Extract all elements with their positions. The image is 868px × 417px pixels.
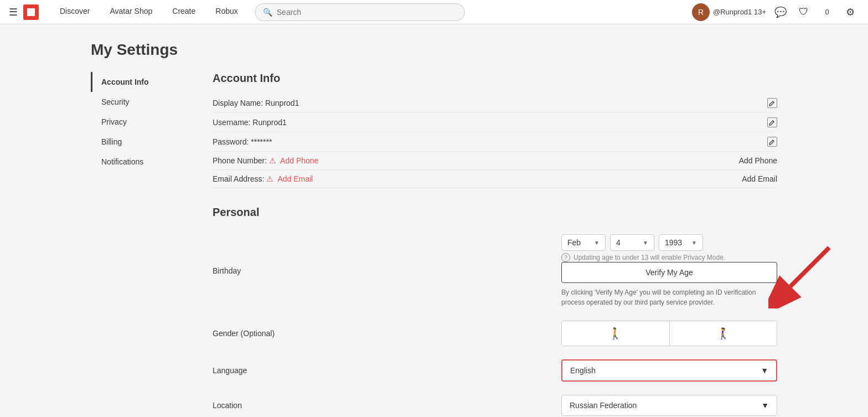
avatar-image: R xyxy=(692,3,710,21)
personal-title: Personal xyxy=(213,206,777,219)
red-arrow-indicator xyxy=(768,242,835,310)
add-email-link[interactable]: Add Email xyxy=(277,174,313,183)
language-dropdown[interactable]: English ▼ xyxy=(561,359,777,382)
nav-create[interactable]: Create xyxy=(162,0,205,24)
phone-warning-icon: ⚠ xyxy=(269,156,276,165)
add-phone-button[interactable]: Add Phone xyxy=(739,156,777,165)
phone-row: Phone Number: ⚠ Add Phone Add Phone xyxy=(213,152,777,170)
day-dropdown[interactable]: 4 xyxy=(616,238,639,247)
language-label: Language xyxy=(213,366,301,375)
location-caret: ▼ xyxy=(761,401,769,410)
female-icon: 🚶‍♀️ xyxy=(716,327,730,340)
nav-discover[interactable]: Discover xyxy=(50,0,100,24)
edit-display-name-icon[interactable] xyxy=(767,98,777,108)
sidebar: Account Info Security Privacy Billing No… xyxy=(91,72,179,417)
gender-male-button[interactable]: 🚶 xyxy=(562,321,669,346)
account-info-section: Account Info Display Name: Runprod1 User… xyxy=(213,72,777,188)
robux-count[interactable]: 0 xyxy=(818,3,836,21)
gender-label: Gender (Optional) xyxy=(213,329,301,338)
language-caret: ▼ xyxy=(761,366,768,375)
sidebar-item-notifications[interactable]: Notifications xyxy=(91,152,179,172)
chat-icon[interactable]: 💬 xyxy=(772,3,789,21)
info-icon: ? xyxy=(561,253,570,262)
language-row: Language English ▼ xyxy=(213,353,777,388)
day-caret: ▼ xyxy=(643,240,648,246)
age-note-text: Updating age to under 13 will enable Pri… xyxy=(574,254,725,261)
birthday-selects: Feb ▼ 4 ▼ xyxy=(561,234,777,251)
male-icon: 🚶 xyxy=(608,327,622,340)
gender-row: Gender (Optional) 🚶 🚶‍♀️ xyxy=(213,314,777,353)
add-email-button[interactable]: Add Email xyxy=(742,174,777,183)
year-dropdown[interactable]: 1993 xyxy=(665,238,688,247)
birthday-year-select[interactable]: 1993 ▼ xyxy=(659,234,703,251)
search-input[interactable] xyxy=(277,8,457,17)
hamburger-menu[interactable]: ☰ xyxy=(9,6,18,18)
birthday-right: Feb ▼ 4 ▼ xyxy=(561,234,777,307)
edit-password-icon[interactable] xyxy=(767,137,777,147)
svg-line-3 xyxy=(790,248,829,286)
roblox-logo[interactable] xyxy=(23,4,39,20)
account-info-title: Account Info xyxy=(213,72,777,85)
sidebar-item-privacy[interactable]: Privacy xyxy=(91,112,179,132)
nav-right: R @Runprod1 13+ 💬 🛡 0 ⚙ xyxy=(692,3,859,21)
sidebar-item-billing[interactable]: Billing xyxy=(91,132,179,152)
location-row: Location Russian Federation ▼ xyxy=(213,388,777,417)
add-phone-link[interactable]: Add Phone xyxy=(280,156,318,165)
svg-rect-1 xyxy=(27,8,35,16)
search-icon: 🔍 xyxy=(263,8,272,17)
birthday-day-select[interactable]: 4 ▼ xyxy=(610,234,654,251)
verify-note: By clicking 'Verify My Age' you will be … xyxy=(561,287,777,307)
password-row: Password: ******* xyxy=(213,132,777,152)
birthday-label: Birthday xyxy=(213,266,301,275)
year-caret: ▼ xyxy=(691,240,697,246)
email-warning-icon: ⚠ xyxy=(266,174,273,183)
settings-page: My Settings Account Info Security Privac… xyxy=(46,24,822,417)
gender-buttons: 🚶 🚶‍♀️ xyxy=(561,321,777,346)
user-avatar[interactable]: R @Runprod1 13+ xyxy=(692,3,766,21)
search-bar[interactable]: 🔍 xyxy=(255,3,465,21)
location-label: Location xyxy=(213,401,301,410)
settings-content: Account Info Display Name: Runprod1 User… xyxy=(179,72,777,417)
username-row: Username: Runprod1 xyxy=(213,113,777,132)
birthday-row: Birthday Feb ▼ 4 xyxy=(213,228,777,314)
page-title: My Settings xyxy=(91,41,777,59)
sidebar-item-security[interactable]: Security xyxy=(91,92,179,112)
edit-username-icon[interactable] xyxy=(767,117,777,127)
location-dropdown[interactable]: Russian Federation ▼ xyxy=(561,395,777,416)
username-label: Username: Runprod1 xyxy=(213,118,287,127)
settings-layout: Account Info Security Privacy Billing No… xyxy=(91,72,777,417)
username-display: @Runprod1 13+ xyxy=(713,8,766,16)
nav-links: Discover Avatar Shop Create Robux xyxy=(50,0,248,24)
language-value: English xyxy=(570,366,596,375)
nav-avatar-shop[interactable]: Avatar Shop xyxy=(100,0,162,24)
month-caret: ▼ xyxy=(594,240,600,246)
age-note: ? Updating age to under 13 will enable P… xyxy=(561,253,777,262)
phone-label: Phone Number: ⚠ Add Phone xyxy=(213,156,318,165)
birthday-month-select[interactable]: Feb ▼ xyxy=(561,234,606,251)
verify-age-button[interactable]: Verify My Age xyxy=(561,262,777,283)
nav-robux[interactable]: Robux xyxy=(205,0,247,24)
location-value: Russian Federation xyxy=(570,401,637,410)
display-name-label: Display Name: Runprod1 xyxy=(213,99,299,107)
password-label: Password: ******* xyxy=(213,137,272,146)
display-name-row: Display Name: Runprod1 xyxy=(213,94,777,113)
settings-icon[interactable]: ⚙ xyxy=(841,3,859,21)
email-row: Email Address: ⚠ Add Email Add Email xyxy=(213,170,777,188)
email-label: Email Address: ⚠ Add Email xyxy=(213,174,313,183)
personal-section: Personal Birthday Feb ▼ xyxy=(213,206,777,417)
month-dropdown[interactable]: Feb xyxy=(567,238,591,247)
top-nav: ☰ Discover Avatar Shop Create Robux 🔍 R … xyxy=(0,0,868,24)
gender-female-button[interactable]: 🚶‍♀️ xyxy=(669,321,777,346)
shield-icon[interactable]: 🛡 xyxy=(795,3,813,21)
sidebar-item-account-info[interactable]: Account Info xyxy=(91,72,179,92)
